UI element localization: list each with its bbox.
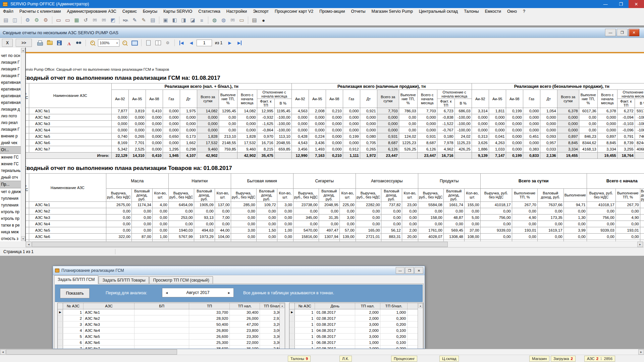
station-settings-green-button[interactable]: ⚙ [32, 16, 41, 24]
menu-item-10[interactable]: Процессинг карт V2 [272, 9, 316, 14]
menu-item-12[interactable]: Отчеты [348, 9, 368, 14]
grid-cell[interactable]: 5 [63, 334, 83, 340]
grid-column-header[interactable]: БП [134, 303, 189, 309]
grid-row[interactable]: ▶101.08.20172,0001,000 [289, 309, 423, 315]
grid-row[interactable]: 2АЗС №228,92026,0002,920 [58, 315, 285, 321]
page-setup-icon[interactable]: ⚙ [163, 39, 172, 47]
grid-cell[interactable]: 0,200 [380, 321, 408, 327]
scroll-right-icon[interactable]: ► [638, 349, 644, 355]
dialog-close-button[interactable]: ✕ [415, 267, 423, 274]
scroll-left-icon[interactable]: ◄ [26, 242, 32, 247]
menu-item-14[interactable]: Центральный склад [416, 9, 461, 14]
grid-cell[interactable]: 7 [63, 346, 83, 349]
print-preview-button[interactable]: ◫ [10, 16, 19, 24]
grid-cell[interactable]: 2,000 [355, 315, 380, 321]
grid-cell[interactable]: 25,300 [189, 340, 230, 346]
mail-archive-button[interactable]: ✉ [228, 16, 237, 24]
menu-item-18[interactable]: ? [520, 9, 528, 14]
grid-row[interactable]: ▶1АЗС №133,70030,4003,300 [58, 309, 285, 315]
grid-cell[interactable]: 38,600 [189, 346, 230, 349]
grid-cell[interactable]: 05.08.2017 [315, 334, 355, 340]
grid-cell[interactable]: 2,000 [355, 309, 380, 315]
grid-cell[interactable] [134, 327, 189, 334]
save-icon[interactable] [55, 39, 64, 47]
page-single-icon[interactable] [144, 39, 153, 47]
grid-cell[interactable]: АЗС №5 [84, 334, 134, 340]
card-import-button[interactable]: ▭ [63, 16, 72, 24]
grid-row[interactable]: 5АЗС №526,60023,3003,300 [58, 334, 285, 340]
page-number-input[interactable]: 1 [197, 40, 212, 46]
grid-cell[interactable] [134, 340, 189, 346]
dialog-tab-1[interactable]: Задать БП/ТП ГСМ [54, 275, 98, 284]
station-settings-red-button[interactable]: ⚙ [41, 16, 50, 24]
grid-cell[interactable]: 0,200 [380, 334, 408, 340]
grid-row[interactable]: 102.08.20172,0000,300 [289, 315, 423, 321]
grid-column-header[interactable]: ТП нал. [230, 303, 260, 309]
globe-report-button[interactable]: ◍ [219, 16, 228, 24]
menu-item-1[interactable]: Файл [0, 9, 16, 14]
dialog-tab-3[interactable]: Просмотр ТП ГСМ (сводный) [149, 276, 213, 284]
grid-cell[interactable] [134, 346, 189, 349]
menu-item-15[interactable]: Талоны [461, 9, 482, 14]
grid-cell[interactable]: 2,000 [355, 327, 380, 334]
search-icon[interactable] [74, 39, 83, 47]
open-icon[interactable] [45, 39, 54, 47]
grid-row[interactable]: 104.08.20172,0000,100 [289, 327, 423, 334]
grid-cell[interactable]: 03.08.2017 [315, 321, 355, 327]
grid-cell[interactable]: АЗС №2 [84, 315, 134, 321]
menu-item-7[interactable]: Статистика [195, 9, 223, 14]
grid-cell[interactable]: 30,400 [230, 309, 260, 315]
grid-cell[interactable]: 22,000 [230, 340, 260, 346]
menu-item-5[interactable]: Бонусы [140, 9, 160, 14]
scrollbar-thumb[interactable] [32, 242, 448, 247]
period-next-icon[interactable]: ► [227, 291, 231, 295]
grid-cell[interactable]: 50,400 [189, 321, 230, 327]
grid-cell[interactable]: 1,000 [355, 340, 380, 346]
menu-item-2[interactable]: Расчеты с клиентами [16, 9, 64, 14]
grid-column-header[interactable]: ТП нал. [355, 303, 380, 309]
grid-cell[interactable]: 23,800 [230, 327, 260, 334]
grid-cell[interactable]: АЗС №1 [84, 309, 134, 315]
scroll-right-icon[interactable]: ► [637, 242, 643, 247]
grid-cell[interactable]: 3,000 [355, 321, 380, 327]
grid-column-header[interactable]: ТП б/нал. [380, 303, 408, 309]
grid-row[interactable]: 7АЗС №738,60036,1002,500 [58, 346, 285, 349]
grid-cell[interactable]: 01.08.2017 [315, 309, 355, 315]
card-edit-button-4[interactable]: ◪ [188, 16, 197, 24]
report-restore-button[interactable]: ❐ [617, 29, 628, 36]
zoom-in-icon[interactable] [88, 39, 97, 47]
grid-cell[interactable]: 47,200 [230, 321, 260, 327]
minimize-button[interactable]: — [598, 0, 613, 8]
grid-cell[interactable]: 1 [295, 309, 315, 315]
grid-column-header[interactable]: День [315, 303, 355, 309]
printer-button[interactable]: ▤ [250, 16, 259, 24]
grid-cell[interactable]: 1 [295, 321, 315, 327]
zoom-out-icon[interactable] [120, 39, 129, 47]
grid-cell[interactable]: 3,000 [355, 334, 380, 340]
next-page-icon[interactable]: ▶ [225, 39, 234, 47]
report-expand-button[interactable]: >> [16, 39, 32, 47]
report-window-caption[interactable]: Сводные отчеты по нескольким АЗС SERVIO … [0, 27, 644, 38]
menu-item-3[interactable]: Администрирование АЗС [64, 9, 119, 14]
grid-cell[interactable]: 3 [63, 321, 83, 327]
grid-cell[interactable]: 2 [63, 315, 83, 321]
vehicle-button[interactable]: ● [259, 16, 268, 24]
card-edit-button-2[interactable]: ◧ [170, 16, 179, 24]
grid-cell[interactable]: 26,000 [230, 315, 260, 321]
grid-cell[interactable]: 1,000 [380, 309, 408, 315]
grid-cell[interactable]: 04.08.2017 [315, 327, 355, 334]
grid-cell[interactable]: 1 [295, 346, 315, 349]
card-export-button[interactable]: ▭ [54, 16, 63, 24]
station-settings-blue-button[interactable]: ⚙ [23, 16, 32, 24]
card-edit-button-1[interactable]: ▣ [161, 16, 170, 24]
scrollbar-thumb[interactable] [6, 349, 177, 355]
grid-cell[interactable]: 6 [63, 340, 83, 346]
grid-cell[interactable]: 1 [295, 327, 315, 334]
report-horizontal-scrollbar[interactable]: ◄ ► [25, 241, 643, 247]
document-button[interactable]: ▤ [148, 16, 157, 24]
report-close-button[interactable]: ✕ [629, 29, 639, 36]
grid-column-header[interactable]: № АЗС [63, 303, 83, 309]
grid-row[interactable]: 6АЗС №625,30022,0003,300 [58, 340, 285, 346]
scroll-left-icon[interactable]: ◄ [0, 349, 6, 355]
card-add-button[interactable]: ▦ [72, 16, 81, 24]
